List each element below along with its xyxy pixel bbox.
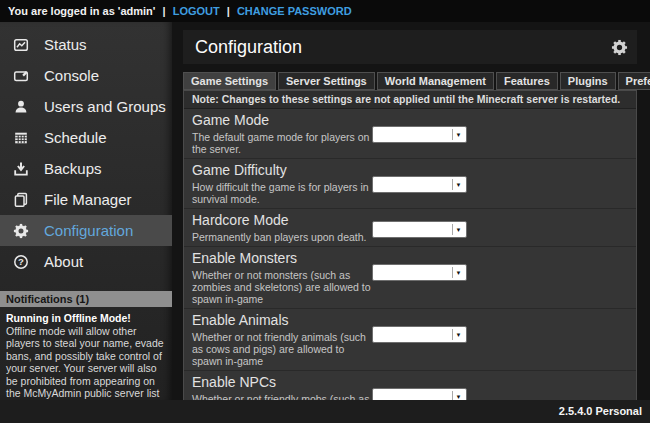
setting-row-enable-npcs: Enable NPCs Whether or not friendly mobs… [184,371,636,400]
divider: | [227,5,230,17]
tab-server-settings[interactable]: Server Settings [278,72,375,90]
tab-features[interactable]: Features [496,72,558,90]
setting-row-enable-monsters: Enable Monsters Whether or not monsters … [184,247,636,309]
tab-game-settings[interactable]: Game Settings [183,72,276,90]
console-icon [13,68,29,84]
setting-description: Whether or not monsters (such as zombies… [192,269,374,305]
sidebar-item-backups[interactable]: Backups [0,153,172,184]
notifications-header: Notifications (1) [0,291,172,307]
chevron-down-icon: ▼ [452,179,464,190]
sidebar-item-label: Backups [44,160,102,177]
tab-bar: Game Settings Server Settings World Mana… [183,72,637,90]
hardcore-mode-dropdown[interactable]: ▼ [372,221,467,238]
sidebar-nav: Status Console Users and Groups Schedule… [0,22,172,277]
schedule-grid-icon [13,130,29,146]
chevron-down-icon: ▼ [452,224,464,235]
enable-npcs-dropdown[interactable]: ▼ [372,388,467,400]
setting-row-game-mode: Game Mode The default game mode for play… [184,109,636,159]
enable-monsters-dropdown[interactable]: ▼ [372,264,467,281]
setting-description: Whether or not friendly mobs (such as vi… [192,393,374,400]
logged-in-text: You are logged in as 'admin' [8,5,155,17]
sidebar-item-label: Users and Groups [44,98,166,115]
notification-item: Running in Offline Mode! Offline mode wi… [0,307,172,412]
users-icon [13,99,29,115]
panel-header: Configuration [183,30,637,64]
status-chart-icon [13,37,29,53]
gear-icon[interactable] [611,39,628,56]
sidebar-item-label: About [44,253,83,270]
settings-panel: Note: Changes to these settings are not … [183,90,637,400]
game-difficulty-dropdown[interactable]: ▼ [372,176,467,193]
game-mode-dropdown[interactable]: ▼ [372,126,467,143]
setting-row-hardcore-mode: Hardcore Mode Permanently ban players up… [184,209,636,247]
top-login-bar: You are logged in as 'admin' | LOGOUT | … [0,0,650,22]
page-title: Configuration [195,37,302,58]
restart-note: Note: Changes to these settings are not … [184,91,636,109]
sidebar-item-label: Schedule [44,129,107,146]
file-manager-icon [13,192,29,208]
setting-description: How difficult the game is for players in… [192,181,374,205]
question-icon [13,254,29,270]
version-label: 2.5.4.0 Personal [559,405,642,417]
chevron-down-icon: ▼ [452,329,464,340]
sidebar-item-configuration[interactable]: Configuration [0,215,172,246]
enable-animals-dropdown[interactable]: ▼ [372,326,467,343]
footer-bar: 2.5.4.0 Personal [0,400,650,423]
notification-body-text: Offline mode will allow other players to… [6,325,165,413]
setting-row-game-difficulty: Game Difficulty How difficult the game i… [184,159,636,209]
setting-description: The default game mode for players on the… [192,131,374,155]
chevron-down-icon: ▼ [452,267,464,278]
divider: | [163,5,166,17]
sidebar-item-schedule[interactable]: Schedule [0,122,172,153]
main-panel: Configuration Game Settings Server Setti… [172,22,650,400]
tab-world-management[interactable]: World Management [377,72,494,90]
sidebar-item-file-manager[interactable]: File Manager [0,184,172,215]
sidebar-item-status[interactable]: Status [0,29,172,60]
sidebar-item-label: Console [44,67,99,84]
setting-description: Permanently ban players upon death. [192,231,374,243]
sidebar-item-users-and-groups[interactable]: Users and Groups [0,91,172,122]
tab-plugins[interactable]: Plugins [560,72,616,90]
sidebar-item-about[interactable]: About [0,246,172,277]
sidebar-item-label: Configuration [44,222,133,239]
sidebar: Status Console Users and Groups Schedule… [0,22,172,400]
sidebar-item-label: File Manager [44,191,132,208]
sidebar-item-console[interactable]: Console [0,60,172,91]
setting-description: Whether or not friendly animals (such as… [192,331,374,367]
chevron-down-icon: ▼ [452,129,464,140]
sidebar-item-label: Status [44,36,87,53]
change-password-link[interactable]: CHANGE PASSWORD [237,5,352,17]
tab-preferences[interactable]: Preferences [618,72,650,90]
backups-download-icon [13,161,29,177]
logout-link[interactable]: LOGOUT [173,5,220,17]
setting-row-enable-animals: Enable Animals Whether or not friendly a… [184,309,636,371]
notification-title: Running in Offline Mode! [6,312,165,325]
chevron-down-icon: ▼ [452,391,464,400]
gear-icon [13,223,29,239]
